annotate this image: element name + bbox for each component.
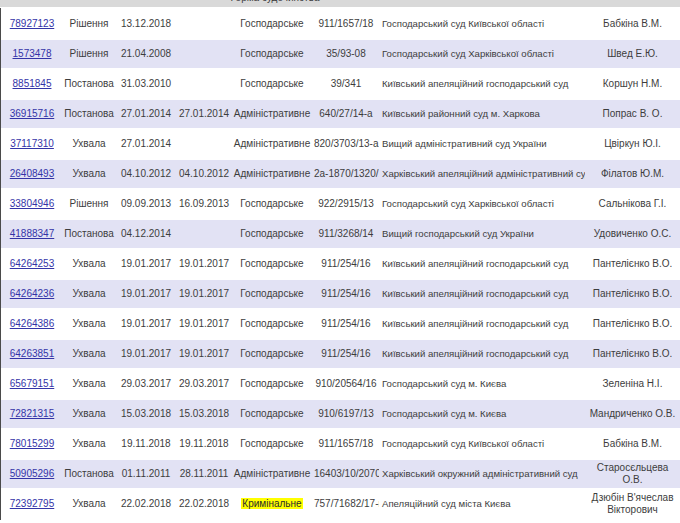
document-link[interactable]: 8851845 — [13, 78, 52, 89]
justice-type-label: Адміністративне — [234, 108, 310, 119]
header-fragment-label: Форма судочинства — [228, 0, 319, 3]
table-row: 64263851 Ухвала 19.01.2017 19.01.2017 Го… — [1, 339, 680, 369]
justice-type-label: Господарське — [240, 288, 303, 299]
judge-name-cell: Пантелієнко В.О. — [585, 249, 680, 279]
decision-form-cell: Ухвала — [63, 489, 115, 519]
doc-number-cell: 78927123 — [1, 9, 63, 39]
justice-type-cell: Господарське — [231, 249, 313, 279]
table-row: 78927123 Рішення 13.12.2018 Господарське… — [1, 9, 680, 39]
document-link[interactable]: 1573478 — [13, 48, 52, 59]
table-row: 41888347 Постанова 04.12.2014 Господарсь… — [1, 219, 680, 249]
judge-name-cell: Бабкіна В.М. — [585, 9, 680, 39]
document-link[interactable]: 64264386 — [10, 318, 55, 329]
decision-form-cell: Ухвала — [63, 309, 115, 339]
document-link[interactable]: 50905296 — [10, 468, 55, 479]
justice-type-label: Господарське — [240, 18, 303, 29]
document-link[interactable]: 78927123 — [10, 18, 55, 29]
case-number-cell: 640/27/14-а — [313, 99, 379, 129]
decision-form-cell: Рішення — [63, 189, 115, 219]
decision-form-cell: Ухвала — [63, 129, 115, 159]
effective-date-cell: 22.02.2018 — [177, 489, 231, 519]
document-link[interactable]: 64264253 — [10, 258, 55, 269]
case-number-cell: 35/93-08 — [313, 39, 379, 69]
doc-number-cell: 72821315 — [1, 399, 63, 429]
justice-type-label: Господарське — [240, 198, 303, 209]
table-row: 64264236 Ухвала 19.01.2017 19.01.2017 Го… — [1, 279, 680, 309]
justice-type-label: Кримінальне — [241, 498, 302, 509]
justice-type-label: Адміністративне — [234, 468, 310, 479]
table-row: 37117310 Ухвала 27.01.2014 Адміністратив… — [1, 129, 680, 159]
table-row: 33804946 Рішення 09.09.2013 16.09.2013 Г… — [1, 189, 680, 219]
court-name-cell: Київський апеляційний господарський суд — [379, 309, 585, 339]
document-link[interactable]: 78015299 — [10, 438, 55, 449]
table-row: 65679151 Ухвала 29.03.2017 29.03.2017 Го… — [1, 369, 680, 399]
doc-number-cell: 64264236 — [1, 279, 63, 309]
court-registry-results-page: Форма судочинства 78927123 Рішення 13.12… — [0, 0, 680, 523]
court-name-cell: Київський апеляційний господарський суд — [379, 279, 585, 309]
justice-type-label: Господарське — [240, 378, 303, 389]
justice-type-label: Господарське — [240, 228, 303, 239]
document-link[interactable]: 64263851 — [10, 348, 55, 359]
case-number-cell: 910/6197/13 — [313, 399, 379, 429]
effective-date-cell: 28.11.2011 — [177, 459, 231, 489]
justice-type-cell: Господарське — [231, 9, 313, 39]
effective-date-cell: 04.10.2012 — [177, 159, 231, 189]
effective-date-cell: 16.09.2013 — [177, 189, 231, 219]
document-link[interactable]: 36915716 — [10, 108, 55, 119]
doc-number-cell: 64264253 — [1, 249, 63, 279]
decision-form-cell: Ухвала — [63, 399, 115, 429]
document-link[interactable]: 64264236 — [10, 288, 55, 299]
judge-name-cell: Удовиченко О.С. — [585, 219, 680, 249]
decision-form-cell: Ухвала — [63, 159, 115, 189]
justice-type-label: Господарське — [240, 438, 303, 449]
decision-date-cell: 27.01.2014 — [115, 129, 177, 159]
document-link[interactable]: 26408493 — [10, 168, 55, 179]
justice-type-cell: Адміністративне — [231, 129, 313, 159]
document-link[interactable]: 41888347 — [10, 228, 55, 239]
effective-date-cell — [177, 129, 231, 159]
decision-form-cell: Постанова — [63, 219, 115, 249]
case-number-cell: 910/20564/16 — [313, 369, 379, 399]
document-link[interactable]: 65679151 — [10, 378, 55, 389]
case-number-cell: 820/3703/13-а — [313, 129, 379, 159]
judge-name-cell: Пантелієнко В.О. — [585, 309, 680, 339]
table-row: 8851845 Постанова 31.03.2010 Господарськ… — [1, 69, 680, 99]
case-number-cell: 911/254/16 — [313, 279, 379, 309]
court-name-cell: Господарський суд Харківської області — [379, 189, 585, 219]
document-link[interactable]: 72392795 — [10, 498, 55, 509]
judge-name-cell: Філатов Ю.М. — [585, 159, 680, 189]
document-link[interactable]: 37117310 — [10, 138, 54, 149]
judge-name-cell: Пантелієнко В.О. — [585, 279, 680, 309]
doc-number-cell: 1573478 — [1, 39, 63, 69]
justice-type-cell: Господарське — [231, 399, 313, 429]
decision-date-cell: 19.01.2017 — [115, 339, 177, 369]
court-name-cell: Київський апеляційний господарський суд — [379, 339, 585, 369]
doc-number-cell: 64263851 — [1, 339, 63, 369]
effective-date-cell: 19.01.2017 — [177, 279, 231, 309]
court-name-cell: Київський районний суд м. Харкова — [379, 99, 585, 129]
decision-form-cell: Ухвала — [63, 369, 115, 399]
justice-type-label: Адміністративне — [234, 138, 310, 149]
decision-date-cell: 31.03.2010 — [115, 69, 177, 99]
document-link[interactable]: 33804946 — [10, 198, 55, 209]
court-name-cell: Господарський суд Київської області — [379, 9, 585, 39]
table-row: 1573478 Рішення 21.04.2008 Господарське … — [1, 39, 680, 69]
justice-type-cell: Господарське — [231, 279, 313, 309]
decision-date-cell: 13.12.2018 — [115, 9, 177, 39]
table-header-remnant: Форма судочинства — [0, 0, 680, 8]
court-name-cell: Харківський окружний адміністративний су… — [379, 459, 585, 489]
decision-form-cell: Рішення — [63, 39, 115, 69]
document-link[interactable]: 72821315 — [10, 408, 55, 419]
doc-number-cell: 64264386 — [1, 309, 63, 339]
doc-number-cell: 65679151 — [1, 369, 63, 399]
table-row: 64264386 Ухвала 19.01.2017 19.01.2017 Го… — [1, 309, 680, 339]
decision-form-cell: Ухвала — [63, 429, 115, 459]
justice-type-cell: Адміністративне — [231, 459, 313, 489]
court-name-cell: Господарський суд м. Києва — [379, 399, 585, 429]
effective-date-cell — [177, 39, 231, 69]
justice-type-cell: Господарське — [231, 369, 313, 399]
judge-name-cell: Мандриченко О.В. — [585, 399, 680, 429]
court-name-cell: Апеляційний суд міста Києва — [379, 489, 585, 519]
table-row: 64264253 Ухвала 19.01.2017 19.01.2017 Го… — [1, 249, 680, 279]
table-row: 26408493 Ухвала 04.10.2012 04.10.2012 Ад… — [1, 159, 680, 189]
